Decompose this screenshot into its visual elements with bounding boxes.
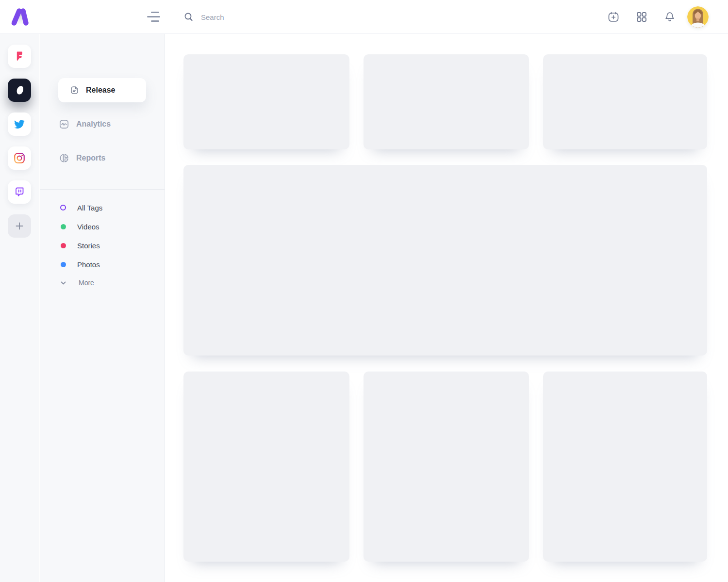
placeholder-card: [183, 372, 349, 562]
account-twitch[interactable]: [8, 180, 31, 204]
tag-filter-photos[interactable]: Photos: [58, 259, 100, 270]
placeholder-card: [543, 54, 707, 149]
search-bar[interactable]: [183, 8, 339, 26]
account-envato[interactable]: [8, 79, 31, 102]
avatar[interactable]: [687, 6, 709, 28]
plus-icon: [15, 222, 24, 230]
envato-icon: [13, 84, 26, 97]
add-account-button[interactable]: [8, 214, 31, 238]
placeholder-card: [364, 372, 529, 562]
tag-label: Photos: [77, 260, 100, 269]
tag-filter-videos[interactable]: Videos: [58, 221, 99, 232]
placeholder-card-featured: [183, 165, 707, 356]
dot-icon: [58, 262, 71, 267]
pie-chart-icon: [58, 152, 70, 164]
sidebar-item-label: Analytics: [76, 120, 111, 129]
account-foursquare[interactable]: [8, 45, 31, 68]
tag-label: Stories: [77, 242, 100, 250]
apps-grid-button[interactable]: [635, 11, 648, 23]
sidebar-item-release[interactable]: Release: [58, 78, 146, 102]
app-logo-icon[interactable]: [10, 7, 30, 27]
ring-icon: [58, 205, 71, 210]
new-event-icon: [607, 11, 620, 23]
sidebar-item-analytics[interactable]: Analytics: [58, 117, 111, 131]
search-icon: [183, 12, 194, 22]
account-twitter[interactable]: [8, 113, 31, 136]
document-icon: [69, 85, 80, 96]
dot-icon: [58, 224, 71, 229]
sidebar-item-reports[interactable]: Reports: [58, 151, 105, 165]
placeholder-card: [183, 54, 349, 149]
sidebar-item-label: Reports: [76, 154, 105, 162]
search-input[interactable]: [201, 13, 332, 21]
notifications-button[interactable]: [663, 11, 676, 23]
apps-grid-icon: [635, 11, 648, 23]
sidebar: Create Ad Release Analytics Reports: [40, 34, 165, 582]
placeholder-card: [543, 372, 707, 562]
instagram-icon: [13, 152, 26, 164]
menu-icon: [151, 12, 159, 13]
pulse-icon: [58, 118, 70, 130]
tag-filter-stories[interactable]: Stories: [58, 240, 100, 251]
new-event-button[interactable]: [607, 11, 620, 23]
placeholder-card: [364, 54, 529, 149]
tag-filter-all-tags[interactable]: All Tags: [58, 202, 102, 213]
more-label: More: [79, 279, 94, 287]
dot-icon: [58, 243, 71, 248]
accounts-rail: [0, 34, 39, 582]
twitter-icon: [13, 118, 26, 130]
tag-label: Videos: [77, 223, 99, 231]
foursquare-icon: [14, 50, 25, 62]
sidebar-item-label: Release: [86, 86, 116, 95]
tags-more-button[interactable]: More: [58, 277, 94, 289]
bell-icon: [663, 11, 676, 23]
menu-toggle-button[interactable]: [147, 11, 162, 23]
content-area: [165, 34, 728, 582]
app-root: Create Ad Release Analytics Reports: [0, 0, 728, 582]
header: [0, 0, 728, 34]
sidebar-divider: [40, 189, 165, 190]
chevron-down-icon: [60, 279, 72, 287]
account-instagram[interactable]: [8, 146, 31, 170]
twitch-icon: [14, 186, 25, 198]
tag-label: All Tags: [77, 204, 102, 212]
